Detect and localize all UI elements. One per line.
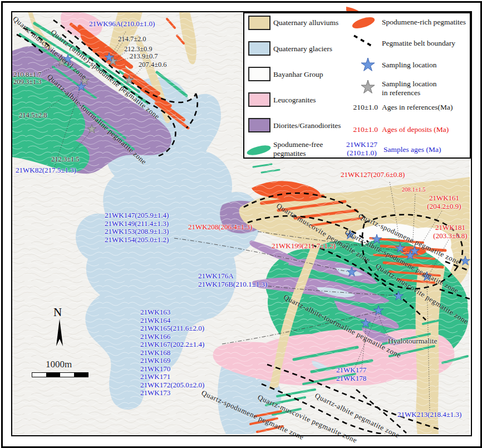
geological-map-figure: Quartz-muscovite-beryl zone Quartz-(albi… xyxy=(0,0,482,448)
figure-border xyxy=(1,1,482,448)
